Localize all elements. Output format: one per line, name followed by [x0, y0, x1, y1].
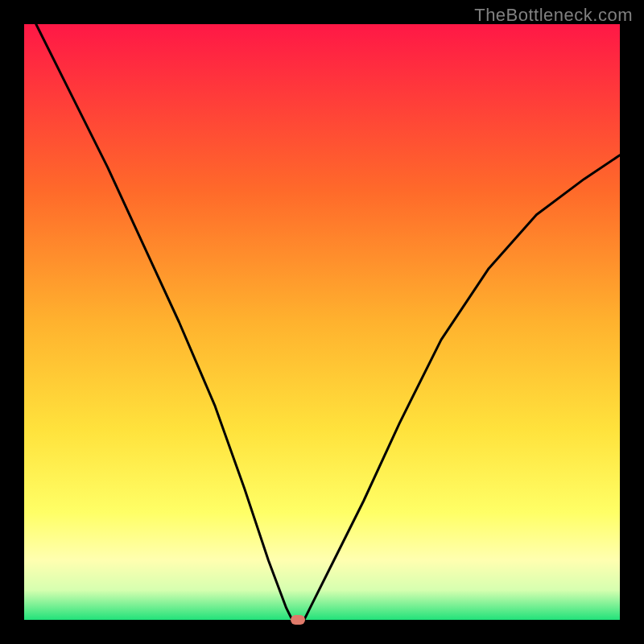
- watermark-text: TheBottleneck.com: [474, 5, 633, 26]
- plot-area: [24, 24, 620, 620]
- optimum-marker: [291, 615, 305, 625]
- bottleneck-curve: [24, 24, 620, 620]
- chart-frame: TheBottleneck.com: [0, 0, 644, 644]
